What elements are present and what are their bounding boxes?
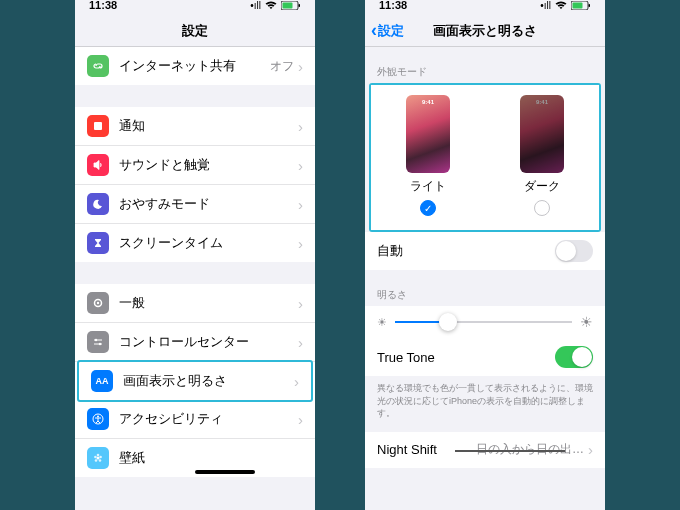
svg-point-5: [97, 302, 99, 304]
status-icons: •ıll: [250, 0, 301, 11]
svg-rect-3: [94, 122, 102, 130]
auto-toggle[interactable]: [555, 240, 593, 262]
hourglass-icon: [87, 232, 109, 254]
row-label: 通知: [119, 117, 298, 135]
strikethrough-decoration: [455, 450, 565, 452]
appearance-picker: ライト ✓ ダーク: [371, 85, 599, 230]
row-do-not-disturb[interactable]: おやすみモード ›: [75, 185, 315, 224]
row-label: おやすみモード: [119, 195, 298, 213]
battery-icon: [281, 1, 301, 10]
brightness-header: 明るさ: [365, 270, 605, 306]
row-label: 自動: [377, 242, 555, 260]
row-screen-time[interactable]: スクリーンタイム ›: [75, 224, 315, 262]
gear-icon: [87, 292, 109, 314]
appearance-dark-option[interactable]: ダーク: [520, 95, 564, 216]
flower-icon: [87, 447, 109, 469]
row-label: サウンドと触覚: [119, 156, 298, 174]
radio-unselected-icon: [534, 200, 550, 216]
svg-point-11: [97, 416, 99, 418]
slider-knob[interactable]: [439, 313, 457, 331]
svg-rect-20: [589, 4, 591, 7]
light-label: ライト: [410, 178, 446, 195]
row-notifications[interactable]: 通知 ›: [75, 107, 315, 146]
sliders-icon: [87, 331, 109, 353]
battery-icon: [571, 1, 591, 10]
svg-point-12: [97, 457, 100, 460]
group-general: 一般 › コントロールセンター › AA 画面表示と明るさ › アクセシビリティ…: [75, 284, 315, 477]
chevron-right-icon: ›: [588, 441, 593, 458]
row-general[interactable]: 一般 ›: [75, 284, 315, 323]
row-control-center[interactable]: コントロールセンター ›: [75, 323, 315, 362]
radio-selected-icon: ✓: [420, 200, 436, 216]
row-night-shift[interactable]: Night Shift 日の入から日の出… ›: [365, 432, 605, 468]
chevron-right-icon: ›: [298, 196, 303, 213]
status-time: 11:38: [379, 0, 407, 11]
svg-point-14: [99, 456, 102, 459]
nav-header: 設定: [75, 15, 315, 47]
group-auto: 自動: [365, 232, 605, 270]
moon-icon: [87, 193, 109, 215]
brightness-slider-row: ☀︎ ☀︎: [365, 306, 605, 338]
row-label: 一般: [119, 294, 298, 312]
row-accessibility[interactable]: アクセシビリティ ›: [75, 400, 315, 439]
chevron-right-icon: ›: [298, 411, 303, 428]
chevron-right-icon: ›: [298, 118, 303, 135]
speaker-icon: [87, 154, 109, 176]
brightness-slider[interactable]: [395, 321, 572, 323]
row-label: インターネット共有: [119, 57, 270, 75]
row-label: 画面表示と明るさ: [123, 372, 294, 390]
brightness-high-icon: ☀︎: [580, 314, 593, 330]
row-personal-hotspot[interactable]: インターネット共有 オフ ›: [75, 47, 315, 85]
svg-point-13: [97, 454, 100, 457]
svg-point-15: [99, 459, 102, 462]
page-title: 画面表示と明るさ: [433, 22, 537, 40]
chevron-right-icon: ›: [298, 235, 303, 252]
row-label: アクセシビリティ: [119, 410, 298, 428]
nav-header: ‹ 設定 画面表示と明るさ: [365, 15, 605, 47]
status-bar: 11:38 •ıll: [365, 0, 605, 15]
signal-icon: •ıll: [250, 0, 261, 11]
appearance-highlight: ライト ✓ ダーク: [369, 83, 601, 232]
svg-rect-2: [299, 4, 301, 7]
page-title: 設定: [182, 22, 208, 40]
dark-preview: [520, 95, 564, 173]
group-notifications: 通知 › サウンドと触覚 › おやすみモード › スクリーンタイム ›: [75, 107, 315, 262]
row-wallpaper[interactable]: 壁紙: [75, 439, 315, 477]
row-label: True Tone: [377, 350, 555, 365]
svg-point-16: [95, 459, 98, 462]
square-icon: [87, 115, 109, 137]
link-icon: [87, 55, 109, 77]
home-indicator: [195, 470, 255, 474]
svg-rect-1: [283, 2, 293, 8]
row-label: スクリーンタイム: [119, 234, 298, 252]
row-label: 壁紙: [119, 449, 303, 467]
wifi-icon: [265, 1, 277, 10]
appearance-header: 外観モード: [365, 47, 605, 83]
group-night-shift: Night Shift 日の入から日の出… ›: [365, 432, 605, 468]
true-tone-toggle[interactable]: [555, 346, 593, 368]
back-button[interactable]: ‹ 設定: [371, 20, 404, 41]
status-bar: 11:38 •ıll: [75, 0, 315, 15]
chevron-right-icon: ›: [298, 334, 303, 351]
row-automatic[interactable]: 自動: [365, 232, 605, 270]
svg-point-17: [94, 456, 97, 459]
back-label: 設定: [378, 22, 404, 40]
status-time: 11:38: [89, 0, 117, 11]
group-brightness: ☀︎ ☀︎ True Tone: [365, 306, 605, 376]
row-display-brightness[interactable]: AA 画面表示と明るさ ›: [77, 360, 313, 402]
signal-icon: •ıll: [540, 0, 551, 11]
chevron-right-icon: ›: [298, 295, 303, 312]
svg-rect-19: [573, 2, 583, 8]
true-tone-description: 異なる環境でも色が一貫して表示されるように、環境光の状況に応じてiPhoneの表…: [365, 376, 605, 432]
display-brightness-screen: 11:38 •ıll ‹ 設定 画面表示と明るさ 外観モード ライト ✓ ダーク: [365, 0, 605, 510]
chevron-right-icon: ›: [298, 58, 303, 75]
chevron-right-icon: ›: [294, 373, 299, 390]
chevron-left-icon: ‹: [371, 20, 377, 41]
wifi-icon: [555, 1, 567, 10]
settings-screen: 11:38 •ıll 設定 インターネット共有 オフ › 通知 ›: [75, 0, 315, 510]
status-icons: •ıll: [540, 0, 591, 11]
dark-label: ダーク: [524, 178, 560, 195]
row-true-tone[interactable]: True Tone: [365, 338, 605, 376]
row-sounds-haptics[interactable]: サウンドと触覚 ›: [75, 146, 315, 185]
appearance-light-option[interactable]: ライト ✓: [406, 95, 450, 216]
